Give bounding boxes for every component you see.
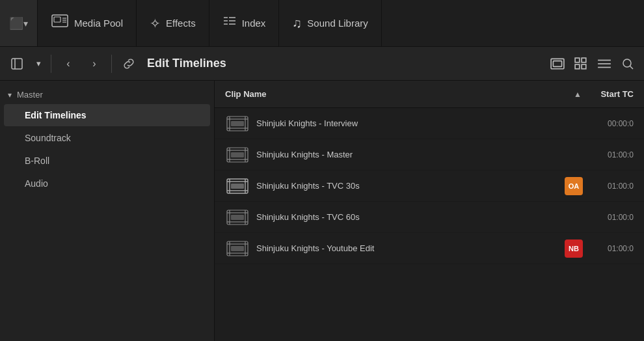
sort-ascending-icon[interactable]: ▲ [574,90,582,99]
svg-rect-11 [12,59,22,69]
svg-rect-1 [54,17,60,22]
sound-library-icon: ♫ [292,16,302,31]
timeline-icon [225,208,250,226]
sidebar-item-audio[interactable]: Audio [4,172,210,195]
dropdown-arrow-icon: ▾ [23,18,28,29]
timeline-icon [225,177,250,195]
svg-rect-18 [582,64,586,69]
table-row[interactable]: Shinjuku Knights - Master 01:00:0 [215,139,644,170]
secondary-toolbar: ▾ ‹ › Edit Timelines [0,47,644,81]
status-badge: NB [565,239,583,258]
clip-timecode: 01:00:0 [588,213,634,222]
index-icon [222,14,237,33]
clip-timecode: 00:00:0 [588,119,634,128]
effects-icon: ✧ [150,16,161,31]
toolbar-divider-1 [51,55,51,73]
app-menu-dropdown[interactable]: ⬛ ▾ [0,0,38,46]
timeline-icon [225,115,250,133]
svg-point-22 [623,59,631,67]
view-list-button[interactable] [593,53,615,74]
search-button[interactable] [617,53,639,74]
panel-toggle-button[interactable] [5,52,29,75]
table-row[interactable]: Shinjuku Knights - TVC 60s 01:00:0 [215,202,644,233]
sidebar-item-edit-timelines[interactable]: Edit Timelines [4,104,210,126]
back-button[interactable]: ‹ [57,52,80,75]
clip-timecode: 01:00:0 [588,244,634,253]
media-pool-label: Media Pool [74,18,123,29]
table-row[interactable]: Shinjuki Knights - Interview 00:00:0 [215,108,644,139]
timeline-icon [225,239,250,258]
table-row[interactable]: Shinjuku Knights - Youtube Edit NB 01:00… [215,233,644,264]
sidebar: ▾ Master Edit Timelines Soundtrack B-Rol… [0,81,215,341]
chevron-down-icon: ▾ [8,90,12,100]
tab-sound-library[interactable]: ♫ Sound Library [279,0,381,46]
forward-button[interactable]: › [83,52,106,75]
toolbar-divider-2 [111,55,112,73]
sidebar-item-label: Soundtrack [25,133,71,143]
svg-rect-17 [575,64,580,69]
clip-name: Shinjuku Knights - TVC 60s [256,212,565,222]
sound-library-label: Sound Library [307,18,368,29]
view-grid-button[interactable] [570,53,592,74]
sidebar-item-label: Edit Timelines [25,110,87,120]
index-label: Index [242,18,266,29]
svg-line-23 [630,66,634,69]
svg-rect-15 [575,58,580,62]
clip-timecode: 01:00:0 [588,150,634,159]
timeline-icon [225,146,250,164]
svg-rect-53 [231,246,244,251]
table-row[interactable]: Shinjuku Knights - TVC 30s OA 01:00:0 [215,170,644,202]
sidebar-item-b-roll[interactable]: B-Roll [4,150,210,172]
svg-rect-16 [582,58,586,62]
sidebar-section-master[interactable]: ▾ Master [0,86,214,103]
dropdown-box-icon: ⬛ [9,16,23,31]
column-header-tc: Start TC [582,89,634,99]
clip-timecode: 01:00:0 [588,182,634,191]
tab-effects[interactable]: ✧ Effects [137,0,209,46]
clip-list-area: Clip Name ▲ Start TC Shinjuki Knight [215,81,644,341]
clip-name: Shinjuku Knights - Master [256,150,565,159]
media-pool-icon [51,12,69,34]
svg-rect-41 [231,184,244,189]
svg-rect-14 [553,61,561,66]
main-content-area: ▾ Master Edit Timelines Soundtrack B-Rol… [0,81,644,341]
sidebar-section-label: Master [17,90,43,100]
svg-rect-47 [231,215,244,220]
tab-index[interactable]: Index [209,0,280,46]
tab-media-pool[interactable]: Media Pool [38,0,137,46]
clip-list-header: Clip Name ▲ Start TC [215,81,644,108]
page-title: Edit Timelines [147,57,544,70]
sidebar-item-label: Audio [25,178,48,189]
column-header-name: Clip Name [225,89,570,99]
clip-name: Shinjuku Knights - TVC 30s [256,181,565,191]
view-mode-buttons [546,53,639,74]
svg-rect-35 [231,152,244,157]
view-filmstrip-button[interactable] [546,53,569,74]
clip-list: Shinjuki Knights - Interview 00:00:0 [215,108,644,264]
clip-name: Shinjuku Knights - Youtube Edit [256,243,565,253]
panel-dropdown-button[interactable]: ▾ [31,52,46,75]
effects-label: Effects [166,18,196,29]
clip-name: Shinjuki Knights - Interview [256,118,565,128]
status-badge: OA [565,177,583,195]
top-navigation-bar: ⬛ ▾ Media Pool ✧ Effects [0,0,644,47]
sidebar-item-label: B-Roll [25,156,49,166]
svg-rect-29 [231,121,244,126]
link-button[interactable] [117,52,141,75]
sidebar-item-soundtrack[interactable]: Soundtrack [4,127,210,149]
